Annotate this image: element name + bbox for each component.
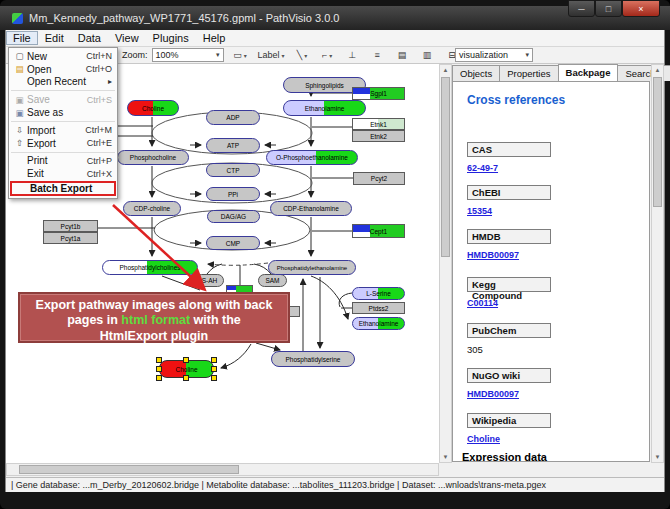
gene-pcyt1b[interactable]: Pcyt1b [43, 220, 98, 232]
menu-view[interactable]: View [108, 31, 146, 45]
stack-vertical-button[interactable]: ▤ [394, 48, 411, 63]
connector-icon: ⌐ [322, 50, 327, 60]
node-ppi[interactable]: PPi [206, 187, 260, 201]
align-middle-button[interactable]: ≡ [369, 48, 386, 63]
zoom-label: Zoom: [122, 50, 148, 60]
link-wikipedia[interactable]: Choline [467, 434, 500, 444]
selection-handle[interactable] [211, 375, 217, 381]
tab-backpage[interactable]: Backpage [558, 64, 619, 81]
menu-item-exit[interactable]: Exit Ctrl+X [9, 167, 117, 180]
node-sah[interactable]: S-AH [195, 274, 224, 287]
node-cdp-choline[interactable]: CDP-choline [123, 201, 181, 216]
canvas-vertical-scrollbar[interactable]: ▲ ▼ [439, 64, 452, 463]
connector-tool-button[interactable]: ⌐▾ [319, 48, 336, 63]
scroll-thumb[interactable] [441, 77, 450, 257]
selection-handle[interactable] [211, 357, 217, 363]
label-tool-button[interactable]: Label▾ [257, 48, 286, 63]
annotation-callout: Export pathway images along with back pa… [18, 292, 290, 343]
selection-handle[interactable] [183, 375, 189, 381]
link-chebi[interactable]: 15354 [467, 206, 492, 216]
selection-handle[interactable] [211, 366, 217, 372]
tab-properties[interactable]: Properties [499, 65, 558, 81]
scroll-up-icon[interactable]: ▲ [652, 67, 663, 73]
menu-separator [11, 121, 115, 122]
node-o-phosphoethanolamine[interactable]: O-Phosphoethanolamine [266, 150, 358, 165]
node-cdp-ethanolamine[interactable]: CDP-Ethanolamine [270, 201, 352, 216]
menu-item-save-as[interactable]: ▣ Save as [9, 106, 117, 119]
node-l-serine[interactable]: L-Serine [352, 287, 405, 300]
node-atp[interactable]: ATP [206, 138, 260, 153]
link-kegg[interactable]: C00114 [467, 298, 498, 308]
node-choline[interactable]: Choline [127, 100, 179, 116]
node-dag-ag[interactable]: DAG/AG [207, 210, 260, 223]
link-nugo[interactable]: HMDB00097 [467, 389, 519, 399]
menu-data[interactable]: Data [71, 31, 108, 45]
selection-handle[interactable] [156, 357, 162, 363]
scroll-down-icon[interactable]: ▼ [652, 454, 663, 460]
menu-item-import[interactable]: ⇩ Import Ctrl+M [9, 124, 117, 137]
selection-handle[interactable] [183, 357, 189, 363]
minimize-button[interactable]: ─ [568, 0, 595, 17]
node-ethanolamine-bottom[interactable]: Ethanolamine [352, 317, 405, 330]
node-cmp[interactable]: CMP [206, 236, 260, 250]
menu-item-print[interactable]: Print Ctrl+P [9, 155, 117, 168]
menu-separator [11, 152, 115, 153]
align-center-button[interactable]: ⊥ [344, 48, 361, 63]
chevron-down-icon: ▾ [304, 52, 307, 59]
section-header-nugo: NuGO wiki [467, 368, 551, 383]
scroll-thumb[interactable] [19, 465, 239, 474]
gene-sgpl1[interactable]: Sgpl1 [352, 87, 405, 100]
line-tool-button[interactable]: ╲▾ [294, 48, 311, 63]
link-hmdb[interactable]: HMDB00097 [467, 250, 519, 260]
save-icon: ▣ [12, 95, 27, 105]
app-icon [12, 13, 23, 24]
menu-item-batch-export[interactable]: Batch Export [10, 181, 116, 196]
menu-edit[interactable]: Edit [38, 31, 71, 45]
panel-vertical-scrollbar[interactable]: ▲ ▼ [651, 64, 664, 463]
scroll-down-icon[interactable]: ▼ [440, 454, 451, 460]
tab-objects[interactable]: Objects [452, 65, 500, 81]
file-menu-popup: ▢ New Ctrl+N ▤ Open Ctrl+O Open Recent ▸… [8, 47, 118, 199]
cross-references-heading: Cross references [467, 93, 565, 107]
gene-ptdss2[interactable]: Ptdss2 [352, 302, 405, 314]
stack-horizontal-button[interactable]: ▥ [419, 48, 436, 63]
gene-cept1[interactable]: Cept1 [352, 224, 405, 238]
node-phosphocholine[interactable]: Phosphocholine [117, 150, 189, 165]
maximize-button[interactable]: □ [595, 0, 622, 17]
stack-vertical-icon: ▤ [398, 50, 407, 60]
datanode-tool-button[interactable]: ▭▾ [232, 48, 249, 63]
gene-pcyt2[interactable]: Pcyt2 [353, 172, 405, 185]
node-phosphatidylethanolamine[interactable]: Phosphatidylethanolamine [268, 260, 356, 275]
menu-help[interactable]: Help [196, 31, 233, 45]
link-cas[interactable]: 62-49-7 [467, 163, 498, 173]
scroll-thumb[interactable] [653, 77, 662, 207]
selection-handle[interactable] [156, 375, 162, 381]
menu-file[interactable]: File [6, 31, 38, 45]
node-sam[interactable]: SAM [258, 274, 287, 287]
gene-pcyt1a[interactable]: Pcyt1a [43, 232, 98, 244]
label-icon: Label [258, 50, 280, 60]
zoom-combobox[interactable]: 100% ▾ [152, 48, 224, 62]
menu-item-save: ▣ Save Ctrl+S [9, 93, 117, 106]
close-button[interactable]: × [622, 0, 660, 17]
scroll-up-icon[interactable]: ▲ [440, 67, 451, 73]
chevron-down-icon: ▾ [212, 51, 220, 59]
status-text: | Gene database: ...m_Derby_20120602.bri… [11, 480, 546, 490]
expression-data-heading: Expression data [462, 451, 547, 462]
gene-etnk1[interactable]: Etnk1 [352, 118, 405, 130]
gene-etnk2[interactable]: Etnk2 [352, 130, 405, 142]
new-file-icon: ▢ [12, 51, 27, 61]
canvas-horizontal-scrollbar[interactable] [6, 463, 439, 476]
menu-plugins[interactable]: Plugins [146, 31, 196, 45]
selection-handle[interactable] [156, 366, 162, 372]
node-ctp[interactable]: CTP [206, 163, 260, 177]
node-ethanolamine[interactable]: Ethanolamine [283, 100, 366, 116]
node-phosphatidylserine[interactable]: Phosphatidylserine [271, 351, 355, 367]
menu-item-export[interactable]: ⇧ Export Ctrl+E [9, 137, 117, 150]
node-adp[interactable]: ADP [206, 110, 260, 125]
visualization-combobox[interactable]: visualization ▾ [455, 48, 533, 62]
node-phosphatidylcholines[interactable]: Phosphatidylcholines [102, 260, 198, 275]
menu-item-open-recent[interactable]: Open Recent ▸ [9, 76, 117, 89]
menu-item-open[interactable]: ▤ Open Ctrl+O [9, 63, 117, 76]
menu-item-new[interactable]: ▢ New Ctrl+N [9, 50, 117, 63]
